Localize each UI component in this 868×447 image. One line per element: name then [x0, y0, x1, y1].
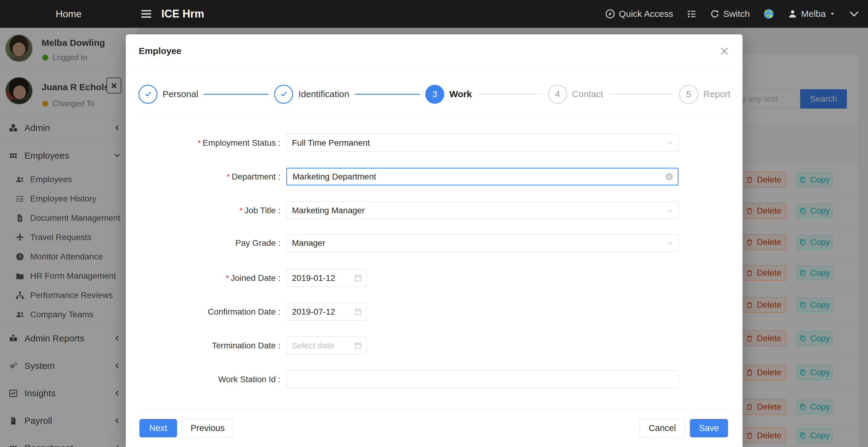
tasks-icon[interactable] — [686, 9, 697, 19]
field-label-joined-date: *Joined Date : — [154, 269, 280, 287]
topbar: Home ICE Hrm Quick Access Switch Melba — [0, 0, 868, 28]
home-link[interactable]: Home — [0, 8, 137, 20]
save-button[interactable]: Save — [690, 419, 728, 437]
step-personal[interactable]: Personal — [138, 85, 198, 104]
field-label-employment-status: *Employment Status : — [154, 134, 280, 152]
calendar-icon — [354, 341, 362, 350]
field-label-department: *Department : — [154, 168, 280, 185]
select-job-title[interactable]: Marketing Manager — [286, 202, 679, 219]
date-input-termination-date[interactable]: Select date — [286, 337, 367, 354]
step-work[interactable]: 3Work — [425, 85, 472, 104]
clear-icon[interactable] — [665, 173, 674, 181]
close-icon — [719, 46, 730, 56]
caret-down-icon — [829, 11, 835, 17]
chevron-down-icon[interactable] — [849, 8, 860, 19]
field-label-job-title: *Job Title : — [154, 202, 280, 219]
field-label-confirmation-date: Confirmation Date : — [154, 303, 280, 321]
select-pay-grade[interactable]: Manager — [286, 234, 679, 252]
calendar-icon — [354, 274, 362, 282]
field-label-pay-grade: Pay Grade : — [154, 234, 280, 252]
step-connector — [355, 94, 420, 95]
user-menu[interactable]: Melba — [788, 9, 835, 19]
date-input-joined-date[interactable]: 2019-01-12 — [286, 269, 367, 287]
switch-redo-icon — [710, 9, 720, 19]
divider — [138, 118, 731, 119]
employee-modal: Employee PersonalIdentification3Work4Con… — [126, 34, 743, 447]
switch-button[interactable]: Switch — [710, 9, 750, 19]
text-input-work-station-id[interactable] — [286, 370, 679, 388]
modal-title: Employee — [139, 46, 182, 56]
divider — [138, 410, 731, 410]
check-icon — [144, 90, 153, 99]
compass-icon — [605, 9, 615, 19]
step-report[interactable]: 5Report — [679, 85, 731, 104]
modal-close-button[interactable] — [718, 45, 731, 57]
date-input-confirmation-date[interactable]: 2019-07-12 — [286, 303, 367, 321]
field-label-termination-date: Termination Date : — [154, 337, 280, 354]
next-button[interactable]: Next — [140, 419, 177, 437]
language-globe-icon[interactable] — [763, 8, 775, 20]
app-brand[interactable]: ICE Hrm — [161, 7, 204, 20]
hamburger-menu-icon[interactable] — [140, 7, 153, 21]
check-icon — [279, 90, 288, 99]
quick-access-button[interactable]: Quick Access — [605, 9, 673, 19]
select-arrow-icon — [666, 239, 674, 247]
previous-button[interactable]: Previous — [182, 419, 234, 437]
step-connector — [609, 94, 674, 95]
select-department[interactable]: Marketing Department — [286, 168, 679, 185]
calendar-icon — [354, 308, 362, 316]
step-connector — [477, 94, 542, 95]
text-input[interactable] — [292, 375, 673, 384]
step-identification[interactable]: Identification — [274, 85, 349, 104]
cancel-button[interactable]: Cancel — [640, 419, 685, 437]
user-icon — [788, 9, 798, 19]
select-arrow-icon — [666, 139, 674, 147]
select-arrow-icon — [666, 207, 674, 214]
field-label-work-station-id: Work Station Id : — [154, 370, 280, 388]
select-employment-status[interactable]: Full Time Permanent — [286, 134, 679, 152]
step-connector — [204, 94, 269, 95]
step-contact[interactable]: 4Contact — [548, 85, 603, 104]
